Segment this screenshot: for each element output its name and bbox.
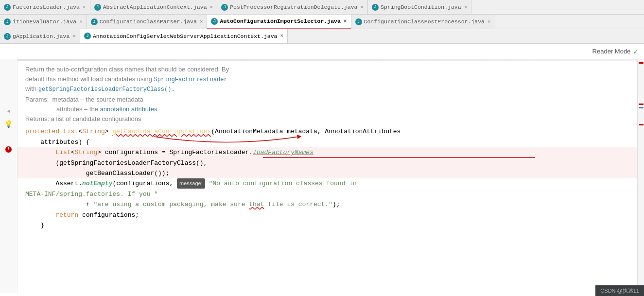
tab-close-btn[interactable]: × [79, 19, 83, 25]
tab-java-icon: J [91, 18, 98, 25]
tab-bar-row1: J FactoriesLoader.java × J AbstractAppli… [0, 0, 644, 15]
load-factory-names: loadFactoryNames [253, 147, 313, 157]
code-line-close-brace: } [17, 220, 637, 230]
scroll-marker-3 [639, 107, 644, 108]
status-label: CSDN @执述11 [600, 287, 639, 295]
tab-java-icon: J [94, 4, 101, 11]
tab-close-btn[interactable]: × [344, 18, 347, 24]
gutter-warning-icon: 💡 [4, 120, 13, 128]
code-line-return: return configurations; [17, 210, 637, 220]
reader-mode-bar: Reader Mode ✓ [0, 44, 644, 59]
gutter-error-icon: ! [5, 146, 12, 153]
tab-annotation-config[interactable]: J AnnotationConfigServletWebServerApplic… [80, 29, 288, 44]
tab-bar-row2: J itionEvaluator.java × J ConfigurationC… [0, 15, 644, 29]
tab-close-btn[interactable]: × [83, 4, 86, 10]
tab-close-btn[interactable]: × [487, 19, 491, 25]
tab-close-btn[interactable]: × [280, 33, 284, 39]
code-line-attributes: attributes) { [17, 137, 637, 147]
code-line-getspring: (getSpringFactoriesLoaderFactoryClass(), [17, 158, 637, 168]
comment-line1: Return the auto-configuration class name… [25, 65, 629, 74]
code-line-assert: Assert.notEmpty(configurations, message:… [17, 178, 637, 189]
main-area: ◄ 💡 ! Return the auto-configuration clas… [0, 59, 644, 293]
tab-java-icon: J [372, 4, 379, 11]
check-icon: ✓ [633, 47, 638, 56]
tab-close-btn[interactable]: × [200, 19, 203, 25]
tab-close-btn[interactable]: × [360, 4, 364, 10]
message-label: message: [177, 178, 205, 188]
tab-java-icon: J [211, 18, 218, 25]
tab-bar-row3: J gApplication.java × J AnnotationConfig… [0, 29, 644, 44]
tab-post-processor-reg[interactable]: J PostProcessorRegistrationDelegate.java… [217, 0, 368, 15]
tab-close-btn[interactable]: × [464, 4, 468, 10]
code-line-plus: + "are using a custom packaging, make su… [17, 199, 637, 209]
tab-java-icon: J [4, 18, 11, 25]
comment-attributes: attributes – the annotation attributes [25, 104, 629, 114]
code-area: Return the auto-configuration class name… [17, 59, 637, 293]
tab-java-icon: J [84, 33, 91, 39]
that-text: that [249, 199, 264, 209]
tab-auto-config-import[interactable]: J AutoConfigurationImportSelector.java × [207, 15, 351, 29]
code-line-meta: META-INF/spring.factories. If you " [17, 189, 637, 199]
code-line-protected: protected List<String> getCandidateConfi… [17, 125, 637, 137]
comment-params: Params: metadata – the source metadata [25, 95, 629, 105]
status-bar: CSDN @执述11 [595, 285, 644, 296]
comment-line2: default this method will load candidates… [25, 74, 629, 84]
tab-spring-boot-cond[interactable]: J SpringBootCondition.java × [368, 0, 471, 15]
tab-java-icon: J [4, 4, 11, 11]
scroll-marker-4 [639, 124, 644, 125]
tab-abstract-app-ctx[interactable]: J AbstractApplicationContext.java × [90, 0, 218, 15]
tab-config-class-post[interactable]: J ConfigurationClassPostProcessor.java × [351, 15, 495, 29]
comment-block: Return the auto-configuration class name… [17, 61, 637, 125]
method-name: getCandidateConfigurations [112, 126, 211, 137]
scroll-marker-1 [639, 62, 644, 64]
scroll-marker-2 [639, 104, 644, 105]
tab-java-icon: J [4, 33, 11, 40]
tab-close-btn[interactable]: × [72, 34, 76, 39]
reader-mode-label[interactable]: Reader Mode [592, 48, 631, 55]
gutter-navigate-icon[interactable]: ◄ [7, 108, 10, 114]
tab-java-icon: J [355, 18, 362, 25]
scrollbar-panel [637, 59, 644, 293]
tab-config-class-parser[interactable]: J ConfigurationClassParser.java × [87, 15, 208, 29]
comment-returns: Returns: a list of candidate configurati… [25, 114, 629, 124]
tab-java-icon: J [221, 4, 228, 11]
tab-factories-loader[interactable]: J FactoriesLoader.java × [0, 0, 90, 15]
code-line-getbean: getBeanClassLoader()); [17, 168, 637, 178]
comment-line3: with getSpringFactoriesLoaderFactoryClas… [25, 84, 629, 94]
code-line-list: List<String> configurations = SpringFact… [17, 147, 637, 157]
tab-condition-eval[interactable]: J itionEvaluator.java × [0, 15, 87, 29]
gutter-left: ◄ 💡 ! [0, 59, 17, 293]
tab-spring-app[interactable]: J gApplication.java × [0, 29, 80, 44]
tab-close-btn[interactable]: × [210, 4, 213, 10]
